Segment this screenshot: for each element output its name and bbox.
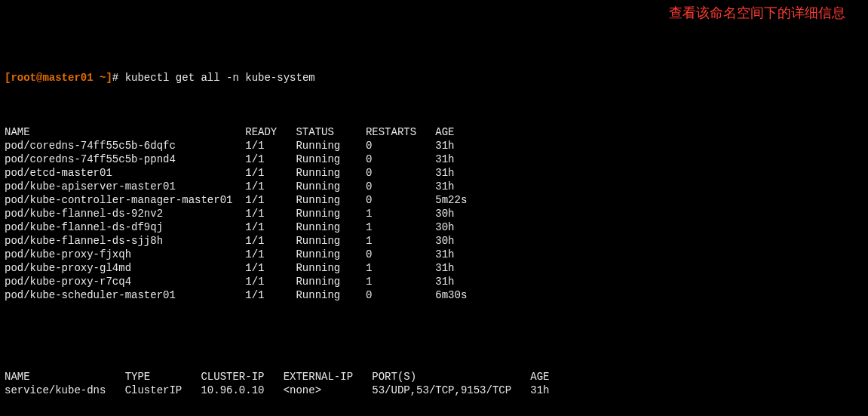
table-row: pod/kube-proxy-fjxqh 1/1 Running 0 31h — [5, 248, 863, 261]
command-1: kubectl get all -n kube-system — [125, 72, 315, 84]
terminal-window[interactable]: 查看该命名空间下的详细信息 [root@master01 ~]# kubectl… — [0, 0, 868, 416]
table-row: pod/kube-proxy-r7cq4 1/1 Running 1 31h — [5, 275, 863, 288]
table-row: service/kube-dns ClusterIP 10.96.0.10 <n… — [5, 384, 863, 397]
table-row: pod/kube-scheduler-master01 1/1 Running … — [5, 288, 863, 302]
table-row: pod/coredns-74ff55c5b-ppnd4 1/1 Running … — [5, 153, 863, 166]
prompt-hash: # — [112, 72, 118, 84]
prompt-user: [root@master01 ~] — [5, 72, 112, 84]
prompt-line-1: [root@master01 ~]# kubectl get all -n ku… — [5, 71, 863, 85]
table-row: pod/kube-proxy-gl4md 1/1 Running 1 31h — [5, 261, 863, 275]
table-row: pod/kube-flannel-ds-df9qj 1/1 Running 1 … — [5, 220, 863, 234]
pods-table: NAME READY STATUS RESTARTS AGE pod/cored… — [5, 125, 863, 302]
table-header: NAME TYPE CLUSTER-IP EXTERNAL-IP PORT(S)… — [5, 370, 863, 384]
table-row: pod/kube-flannel-ds-sjj8h 1/1 Running 1 … — [5, 234, 863, 248]
services-table: NAME TYPE CLUSTER-IP EXTERNAL-IP PORT(S)… — [5, 370, 863, 397]
table-row: pod/kube-apiserver-master01 1/1 Running … — [5, 180, 863, 193]
table-row: pod/coredns-74ff55c5b-6dqfc 1/1 Running … — [5, 139, 863, 153]
table-row: pod/kube-controller-manager-master01 1/1… — [5, 193, 863, 207]
annotation-text: 查看该命名空间下的详细信息 — [669, 6, 845, 20]
table-row: pod/etcd-master01 1/1 Running 0 31h — [5, 166, 863, 180]
table-row: pod/kube-flannel-ds-92nv2 1/1 Running 1 … — [5, 207, 863, 220]
table-header: NAME READY STATUS RESTARTS AGE — [5, 125, 863, 139]
